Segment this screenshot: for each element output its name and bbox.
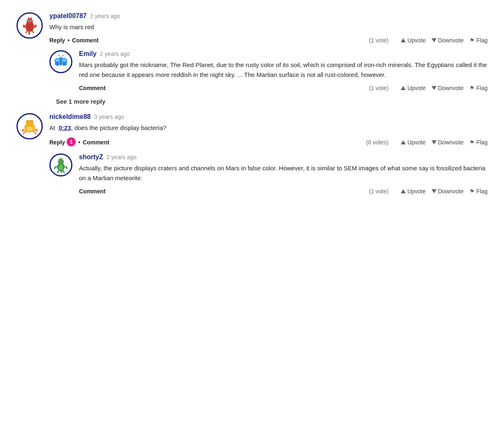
svg-point-18: [58, 55, 59, 56]
svg-point-8: [28, 22, 31, 23]
avatar-shortyz: [49, 153, 72, 176]
upvote-icon-ypatel: [401, 38, 406, 42]
upvote-btn-emily[interactable]: Upvote: [401, 85, 425, 91]
reply-link-nickeldime[interactable]: Reply: [49, 139, 65, 146]
downvote-btn-nickeldime[interactable]: Downvote: [432, 139, 464, 146]
svg-point-34: [59, 162, 63, 165]
comment-ypatel: ypatel00787 2 years ago Why is mars red …: [16, 12, 488, 44]
svg-point-30: [31, 121, 33, 122]
flag-btn-nickeldime[interactable]: ⚑ Flag: [469, 139, 488, 146]
comment-body-ypatel: ypatel00787 2 years ago Why is mars red …: [49, 12, 488, 44]
comment-text-after: , does the picture display bacteria?: [71, 124, 167, 131]
svg-marker-2: [28, 16, 30, 19]
username-emily[interactable]: Emily: [79, 50, 97, 58]
actions-left-emily: Comment: [79, 85, 106, 91]
comment-shortyz: shortyZ 2 years ago Actually, the pictur…: [49, 153, 488, 195]
avatar-ypatel: [16, 12, 43, 39]
vote-count-shortyz: (1 vote): [369, 188, 388, 195]
svg-line-19: [62, 56, 63, 58]
downvote-icon-shortyz: [432, 189, 437, 193]
svg-marker-41: [58, 158, 59, 160]
see-more-reply[interactable]: See 1 more reply: [56, 98, 488, 105]
comment-link-emily[interactable]: Comment: [79, 85, 106, 91]
svg-point-20: [63, 55, 63, 56]
actions-left-shortyz: Comment: [79, 188, 106, 195]
flag-icon-ypatel: ⚑: [469, 37, 475, 44]
upvote-label-shortyz: Upvote: [407, 188, 425, 195]
svg-point-40: [61, 162, 62, 163]
comment-text-emily: Mars probably got the nickname, The Red …: [79, 60, 488, 80]
vote-count-emily: (1 vote): [369, 85, 388, 91]
actions-right-emily: (1 vote) Upvote Downvote ⚑ Flag: [369, 85, 488, 91]
flag-icon-shortyz: ⚑: [469, 188, 475, 195]
downvote-icon-emily: [432, 86, 437, 90]
svg-marker-42: [60, 157, 61, 159]
timestamp-shortyz: 2 years ago: [107, 154, 137, 160]
flag-btn-shortyz[interactable]: ⚑ Flag: [469, 188, 488, 195]
flag-btn-ypatel[interactable]: ⚑ Flag: [469, 37, 488, 44]
comment-text-ypatel: Why is mars red: [49, 22, 488, 32]
svg-point-31: [26, 126, 33, 131]
actions-right-ypatel: (1 vote) Upvote Downvote ⚑ Flag: [369, 37, 488, 44]
actions-left-nickeldime: Reply 1 • Comment: [49, 138, 109, 147]
downvote-label-ypatel: Downvote: [438, 37, 464, 44]
svg-point-39: [60, 162, 61, 163]
downvote-btn-shortyz[interactable]: Downvote: [432, 188, 464, 195]
downvote-label-nickeldime: Downvote: [438, 139, 464, 146]
comment-meta-emily: Emily 2 years ago: [79, 50, 488, 58]
upvote-btn-nickeldime[interactable]: Upvote: [401, 139, 425, 146]
comment-meta-nickeldime: nickeldime88 3 years ago: [49, 113, 488, 121]
svg-point-36: [59, 160, 60, 161]
svg-marker-43: [62, 157, 63, 159]
downvote-icon-ypatel: [432, 38, 437, 42]
comment-link-nickeldime[interactable]: Comment: [83, 139, 109, 146]
username-shortyz[interactable]: shortyZ: [79, 153, 103, 161]
comment-meta-shortyz: shortyZ 2 years ago: [79, 153, 488, 161]
svg-point-5: [28, 21, 29, 21]
username-ypatel[interactable]: ypatel00787: [49, 12, 87, 20]
upvote-btn-shortyz[interactable]: Upvote: [401, 188, 425, 195]
flag-label-shortyz: Flag: [476, 188, 488, 195]
flag-btn-emily[interactable]: ⚑ Flag: [469, 85, 488, 91]
flag-icon-emily: ⚑: [469, 85, 475, 91]
downvote-icon-nickeldime: [432, 140, 437, 144]
svg-point-44: [58, 165, 63, 170]
actions-right-nickeldime: (0 votes) Upvote Downvote ⚑ Flag: [366, 139, 488, 146]
svg-line-9: [26, 30, 28, 33]
vote-count-nickeldime: (0 votes): [366, 139, 388, 146]
flag-label-nickeldime: Flag: [476, 139, 488, 146]
timestamp-emily: 2 years ago: [100, 51, 130, 57]
svg-line-17: [59, 56, 60, 58]
comment-nickeldime: nickeldime88 3 years ago At 0:23, does t…: [16, 113, 488, 147]
svg-point-1: [27, 18, 33, 24]
comment-emily: Emily 2 years ago Mars probably got the …: [49, 50, 488, 91]
comment-text-nickeldime: At 0:23, does the picture display bacter…: [49, 123, 488, 133]
comment-link-ypatel[interactable]: Comment: [72, 37, 99, 44]
flag-label-emily: Flag: [476, 85, 488, 91]
actions-row-ypatel: Reply • Comment (1 vote) Upvote Downvote: [49, 37, 488, 44]
comment-body-nickeldime: nickeldime88 3 years ago At 0:23, does t…: [49, 113, 488, 147]
actions-left-ypatel: Reply • Comment: [49, 37, 99, 44]
upvote-label-nickeldime: Upvote: [407, 139, 425, 146]
upvote-icon-nickeldime: [401, 140, 406, 144]
comment-meta-ypatel: ypatel00787 2 years ago: [49, 12, 488, 20]
downvote-label-shortyz: Downvote: [438, 188, 464, 195]
upvote-btn-ypatel[interactable]: Upvote: [401, 37, 425, 44]
vote-count-ypatel: (1 vote): [369, 37, 388, 44]
avatar-emily: [49, 50, 72, 73]
actions-right-shortyz: (1 vote) Upvote Downvote ⚑ Flag: [369, 188, 488, 195]
upvote-icon-emily: [401, 86, 406, 90]
flag-icon-nickeldime: ⚑: [469, 139, 475, 146]
comment-link-shortyz[interactable]: Comment: [79, 188, 106, 195]
comment-body-emily: Emily 2 years ago Mars probably got the …: [79, 50, 488, 91]
username-nickeldime[interactable]: nickeldime88: [49, 113, 91, 121]
actions-row-shortyz: Comment (1 vote) Upvote Downvote ⚑ Flag: [79, 188, 488, 195]
downvote-label-emily: Downvote: [438, 85, 464, 91]
comment-body-shortyz: shortyZ 2 years ago Actually, the pictur…: [79, 153, 488, 195]
comment-thread: ypatel00787 2 years ago Why is mars red …: [16, 8, 488, 202]
avatar-nickeldime: [16, 113, 43, 139]
video-timestamp-link[interactable]: 0:23: [59, 124, 71, 131]
downvote-btn-emily[interactable]: Downvote: [432, 85, 464, 91]
downvote-btn-ypatel[interactable]: Downvote: [432, 37, 464, 44]
reply-link-ypatel[interactable]: Reply: [49, 37, 65, 44]
